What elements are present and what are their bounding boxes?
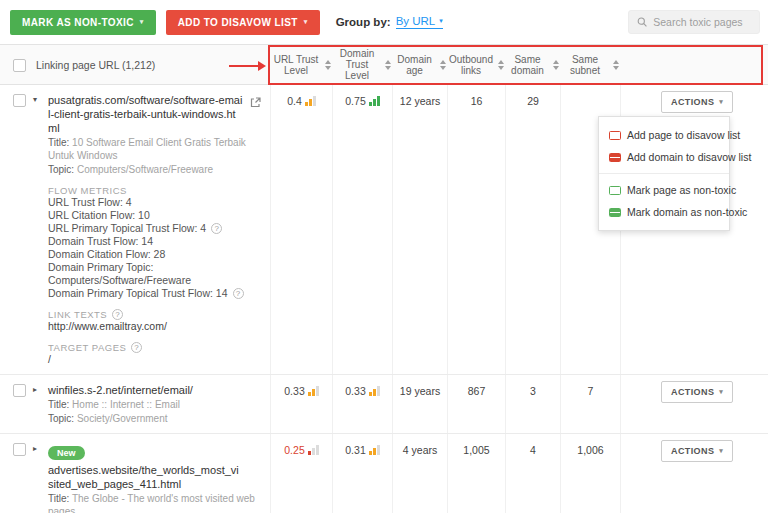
- search-box[interactable]: [628, 10, 760, 34]
- actions-button[interactable]: ACTIONS ▾: [661, 440, 733, 462]
- linking-page-url[interactable]: winfiles.s-2.net/internet/email/: [48, 383, 262, 397]
- group-by-value: By URL: [396, 15, 436, 27]
- chevron-down-icon: ▾: [719, 388, 723, 396]
- page-title: 10 Software Email Client Gratis Terbaik …: [48, 137, 246, 161]
- domain-age-cell: 19 years: [392, 375, 447, 433]
- search-input[interactable]: [653, 16, 751, 28]
- chevron-down-icon: ▾: [719, 447, 723, 455]
- metric-domain-primary-topic: Domain Primary Topic: Computers/Software…: [48, 261, 262, 287]
- actions-button[interactable]: ACTIONS ▾: [661, 91, 733, 113]
- row-checkbox[interactable]: [13, 384, 26, 397]
- target-page-value: /: [48, 353, 262, 366]
- row-checkbox[interactable]: [13, 94, 26, 107]
- outbound-links-cell: 16: [447, 85, 505, 374]
- outbound-links-cell: 867: [447, 375, 505, 433]
- chevron-down-icon: ▾: [304, 18, 308, 26]
- same-domain-cell: 3: [505, 375, 560, 433]
- domain-trust-level-cell: 0.75: [332, 85, 392, 374]
- metric-domain-citation-flow: Domain Citation Flow: 28: [48, 248, 262, 261]
- row-checkbox[interactable]: [13, 443, 26, 456]
- actions-dropdown-menu: Add page to disavow list Add domain to d…: [598, 116, 730, 231]
- page-title: Home :: Internet :: Email: [72, 399, 180, 410]
- column-header-same-domain[interactable]: Same domain: [505, 45, 560, 84]
- expand-row-icon[interactable]: ▸: [33, 385, 41, 394]
- select-all-checkbox[interactable]: [13, 59, 26, 72]
- trust-bars-icon: [369, 445, 380, 455]
- sort-icon[interactable]: [440, 60, 446, 70]
- domain-nontoxic-icon: [609, 208, 621, 217]
- linking-page-url[interactable]: pusatgratis.com/software/software-email-…: [48, 93, 262, 135]
- metric-url-primary-topical-trust-flow: URL Primary Topical Trust Flow: 4 ?: [48, 222, 262, 235]
- page-topic: Society/Government: [77, 413, 168, 424]
- outbound-links-cell: 1,005: [447, 434, 505, 513]
- trust-bars-icon: [308, 386, 319, 396]
- trust-bars-icon: [305, 96, 316, 106]
- page-nontoxic-icon: [609, 186, 621, 195]
- domain-disavow-icon: [609, 153, 621, 162]
- new-badge: New: [48, 446, 85, 460]
- metric-url-citation-flow: URL Citation Flow: 10: [48, 209, 262, 222]
- group-by-url-dropdown[interactable]: By URL ▾: [396, 15, 443, 29]
- mark-non-toxic-label: MARK AS NON-TOXIC: [22, 17, 134, 28]
- column-header-url-trust[interactable]: URL Trust Level: [270, 45, 332, 84]
- search-icon: [637, 16, 647, 28]
- menu-item-mark-page-non-toxic[interactable]: Mark page as non-toxic: [599, 179, 729, 201]
- sort-icon[interactable]: [325, 60, 331, 70]
- page-topic: Computers/Software/Freeware: [77, 164, 213, 175]
- same-subnet-cell: 7: [560, 375, 620, 433]
- expand-row-icon[interactable]: ▸: [33, 444, 41, 453]
- mark-non-toxic-button[interactable]: MARK AS NON-TOXIC ▾: [10, 10, 156, 35]
- trust-bars-icon: [369, 386, 380, 396]
- same-domain-cell: 4: [505, 434, 560, 513]
- domain-age-cell: 12 years: [392, 85, 447, 374]
- url-trust-level-cell: 0.33: [270, 375, 332, 433]
- table-row: ▸ winfiles.s-2.net/internet/email/ Title…: [0, 375, 768, 434]
- metric-domain-trust-flow: Domain Trust Flow: 14: [48, 235, 262, 248]
- menu-item-mark-domain-non-toxic[interactable]: Mark domain as non-toxic: [599, 201, 729, 223]
- chevron-down-icon: ▾: [140, 18, 144, 26]
- add-to-disavow-button[interactable]: ADD TO DISAVOW LIST ▾: [166, 10, 320, 35]
- target-pages-section-label: TARGET PAGES ?: [48, 342, 262, 353]
- sort-icon[interactable]: [553, 60, 559, 70]
- group-by-control: Group by: By URL ▾: [336, 15, 443, 29]
- domain-trust-level-cell: 0.31: [332, 434, 392, 513]
- menu-item-add-domain-to-disavow[interactable]: Add domain to disavow list: [599, 146, 729, 168]
- group-by-label: Group by:: [336, 16, 391, 28]
- backlink-audit-app: MARK AS NON-TOXIC ▾ ADD TO DISAVOW LIST …: [0, 0, 768, 513]
- link-text-value: http://www.emailtray.com/: [48, 320, 262, 333]
- menu-item-add-page-to-disavow[interactable]: Add page to disavow list: [599, 124, 729, 146]
- url-trust-level-cell: 0.4: [270, 85, 332, 374]
- actions-button[interactable]: ACTIONS ▾: [661, 381, 733, 403]
- domain-trust-level-cell: 0.33: [332, 375, 392, 433]
- metric-domain-primary-topical-trust-flow: Domain Primary Topical Trust Flow: 14 ?: [48, 287, 262, 300]
- linking-page-url-header: Linking page URL (1,212): [36, 59, 155, 71]
- trust-bars-icon: [308, 445, 319, 455]
- collapse-row-icon[interactable]: ▾: [33, 95, 41, 104]
- chevron-down-icon: ▾: [439, 17, 443, 25]
- page-title: The Globe - The world's most visited web…: [48, 493, 255, 513]
- sort-icon[interactable]: [498, 60, 504, 70]
- table-row: ▾ pusatgratis.com/software/software-emai…: [0, 85, 768, 375]
- url-trust-level-cell: 0.25: [270, 434, 332, 513]
- help-icon[interactable]: ?: [131, 342, 142, 353]
- help-icon[interactable]: ?: [233, 288, 244, 299]
- column-header-outbound-links[interactable]: Outbound links: [447, 45, 505, 84]
- sort-icon[interactable]: [385, 60, 391, 70]
- linking-page-url[interactable]: advertises.website/the_worlds_most_visit…: [48, 463, 262, 491]
- column-header-same-subnet[interactable]: Same subnet: [560, 45, 620, 84]
- chevron-down-icon: ▾: [719, 98, 723, 106]
- column-header-domain-age[interactable]: Domain age: [392, 45, 447, 84]
- same-subnet-cell: 1,006: [560, 434, 620, 513]
- help-icon[interactable]: ?: [211, 223, 222, 234]
- domain-age-cell: 4 years: [392, 434, 447, 513]
- help-icon[interactable]: ?: [112, 309, 123, 320]
- column-header-domain-trust[interactable]: Domain Trust Level: [332, 45, 392, 84]
- menu-divider: [599, 173, 729, 174]
- topic-label: Topic:: [48, 164, 74, 175]
- toolbar: MARK AS NON-TOXIC ▾ ADD TO DISAVOW LIST …: [0, 0, 768, 44]
- link-texts-section-label: LINK TEXTS ?: [48, 309, 262, 320]
- external-link-icon[interactable]: [250, 94, 261, 112]
- trust-bars-icon: [369, 96, 380, 106]
- sort-icon[interactable]: [613, 60, 619, 70]
- table-header: Linking page URL (1,212) URL Trust Level…: [0, 44, 768, 85]
